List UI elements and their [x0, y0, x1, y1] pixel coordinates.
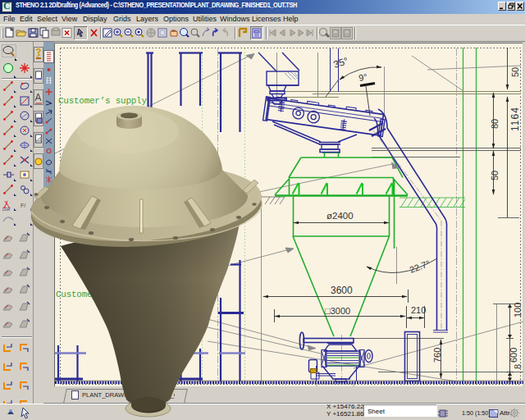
svg-text:50: 50 [510, 67, 520, 77]
svg-text:600: 600 [509, 348, 518, 363]
svg-text:22.7°: 22.7° [409, 258, 431, 275]
svg-text:50: 50 [490, 171, 500, 180]
svg-text:80: 80 [490, 119, 500, 129]
svg-text:9°: 9° [358, 71, 368, 83]
svg-text:LGR: LGR [2, 208, 11, 212]
svg-text:F/: F/ [21, 203, 25, 208]
svg-text:8: 8 [513, 364, 523, 369]
svg-text:210: 210 [411, 305, 426, 315]
svg-text:35°: 35° [332, 55, 350, 71]
svg-text:ø2400: ø2400 [326, 211, 354, 221]
svg-text:3600: 3600 [331, 285, 353, 296]
svg-text:100: 100 [513, 303, 523, 317]
svg-text:□3000: □3000 [325, 306, 350, 316]
svg-text:1164: 1164 [509, 107, 521, 131]
